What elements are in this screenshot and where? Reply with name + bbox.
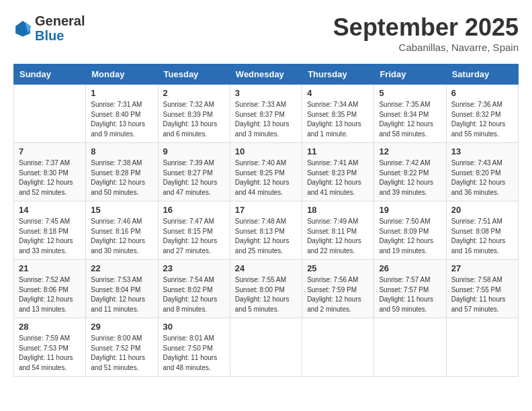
day-number: 27 xyxy=(451,263,513,273)
day-number: 14 xyxy=(19,205,81,215)
calendar-cell xyxy=(446,318,518,377)
calendar-header-sunday: Sunday xyxy=(14,64,86,85)
title-block: September 2025 Cabanillas, Navarre, Spai… xyxy=(333,13,519,53)
day-number: 17 xyxy=(235,205,297,215)
calendar-header-wednesday: Wednesday xyxy=(230,64,302,85)
day-number: 8 xyxy=(91,146,152,156)
day-number: 12 xyxy=(379,146,441,156)
calendar-header-tuesday: Tuesday xyxy=(158,64,230,85)
calendar-cell: 28Sunrise: 7:59 AMSunset: 7:53 PMDayligh… xyxy=(14,318,86,377)
day-number: 29 xyxy=(91,322,152,332)
day-info: Sunrise: 7:48 AMSunset: 8:13 PMDaylight:… xyxy=(235,217,297,256)
day-number: 26 xyxy=(379,263,441,273)
calendar-cell: 26Sunrise: 7:57 AMSunset: 7:57 PMDayligh… xyxy=(374,260,446,318)
day-number: 30 xyxy=(163,322,225,332)
day-number: 25 xyxy=(307,263,369,273)
calendar-cell: 10Sunrise: 7:40 AMSunset: 8:25 PMDayligh… xyxy=(230,143,302,201)
calendar-cell xyxy=(230,318,302,377)
day-info: Sunrise: 7:38 AMSunset: 8:28 PMDaylight:… xyxy=(91,158,152,197)
day-info: Sunrise: 7:37 AMSunset: 8:30 PMDaylight:… xyxy=(19,158,81,197)
day-number: 20 xyxy=(451,205,513,215)
calendar-cell: 4Sunrise: 7:34 AMSunset: 8:35 PMDaylight… xyxy=(302,85,374,143)
calendar-week-row: 21Sunrise: 7:52 AMSunset: 8:06 PMDayligh… xyxy=(14,260,519,318)
day-info: Sunrise: 7:46 AMSunset: 8:16 PMDaylight:… xyxy=(91,217,152,256)
day-number: 23 xyxy=(163,263,225,273)
calendar-cell: 11Sunrise: 7:41 AMSunset: 8:23 PMDayligh… xyxy=(302,143,374,201)
day-info: Sunrise: 7:36 AMSunset: 8:32 PMDaylight:… xyxy=(451,100,513,139)
calendar-header-saturday: Saturday xyxy=(446,64,518,85)
day-number: 24 xyxy=(235,263,297,273)
day-info: Sunrise: 7:41 AMSunset: 8:23 PMDaylight:… xyxy=(307,158,369,197)
day-info: Sunrise: 7:34 AMSunset: 8:35 PMDaylight:… xyxy=(307,100,369,139)
calendar-cell: 2Sunrise: 7:32 AMSunset: 8:39 PMDaylight… xyxy=(158,85,230,143)
day-number: 21 xyxy=(19,263,81,273)
day-info: Sunrise: 7:58 AMSunset: 7:55 PMDaylight:… xyxy=(451,275,513,314)
calendar-header-row: SundayMondayTuesdayWednesdayThursdayFrid… xyxy=(14,64,519,85)
day-info: Sunrise: 7:42 AMSunset: 8:22 PMDaylight:… xyxy=(379,158,441,197)
calendar-cell: 22Sunrise: 7:53 AMSunset: 8:04 PMDayligh… xyxy=(86,260,158,318)
calendar-header-thursday: Thursday xyxy=(302,64,374,85)
day-info: Sunrise: 7:59 AMSunset: 7:53 PMDaylight:… xyxy=(19,334,81,373)
calendar-cell: 18Sunrise: 7:49 AMSunset: 8:11 PMDayligh… xyxy=(302,201,374,260)
calendar-cell: 19Sunrise: 7:50 AMSunset: 8:09 PMDayligh… xyxy=(374,201,446,260)
day-info: Sunrise: 7:54 AMSunset: 8:02 PMDaylight:… xyxy=(163,275,225,314)
calendar-cell: 5Sunrise: 7:35 AMSunset: 8:34 PMDaylight… xyxy=(374,85,446,143)
calendar-table: SundayMondayTuesdayWednesdayThursdayFrid… xyxy=(13,64,519,377)
day-number: 28 xyxy=(19,322,81,332)
day-info: Sunrise: 7:43 AMSunset: 8:20 PMDaylight:… xyxy=(451,158,513,197)
day-number: 11 xyxy=(307,146,369,156)
calendar-cell: 6Sunrise: 7:36 AMSunset: 8:32 PMDaylight… xyxy=(446,85,518,143)
calendar-week-row: 14Sunrise: 7:45 AMSunset: 8:18 PMDayligh… xyxy=(14,201,519,260)
day-info: Sunrise: 7:53 AMSunset: 8:04 PMDaylight:… xyxy=(91,275,152,314)
day-info: Sunrise: 8:01 AMSunset: 7:50 PMDaylight:… xyxy=(163,334,225,373)
day-info: Sunrise: 7:51 AMSunset: 8:08 PMDaylight:… xyxy=(451,217,513,256)
logo-blue: Blue xyxy=(35,28,85,43)
day-number: 13 xyxy=(451,146,513,156)
day-info: Sunrise: 7:32 AMSunset: 8:39 PMDaylight:… xyxy=(163,100,225,139)
day-info: Sunrise: 7:56 AMSunset: 7:59 PMDaylight:… xyxy=(307,275,369,314)
day-info: Sunrise: 7:40 AMSunset: 8:25 PMDaylight:… xyxy=(235,158,297,197)
calendar-cell: 17Sunrise: 7:48 AMSunset: 8:13 PMDayligh… xyxy=(230,201,302,260)
calendar-cell: 9Sunrise: 7:39 AMSunset: 8:27 PMDaylight… xyxy=(158,143,230,201)
day-number: 15 xyxy=(91,205,152,215)
calendar-cell: 8Sunrise: 7:38 AMSunset: 8:28 PMDaylight… xyxy=(86,143,158,201)
calendar-cell: 12Sunrise: 7:42 AMSunset: 8:22 PMDayligh… xyxy=(374,143,446,201)
calendar-cell: 20Sunrise: 7:51 AMSunset: 8:08 PMDayligh… xyxy=(446,201,518,260)
calendar-cell: 14Sunrise: 7:45 AMSunset: 8:18 PMDayligh… xyxy=(14,201,86,260)
day-info: Sunrise: 7:45 AMSunset: 8:18 PMDaylight:… xyxy=(19,217,81,256)
calendar-cell: 16Sunrise: 7:47 AMSunset: 8:15 PMDayligh… xyxy=(158,201,230,260)
month-title: September 2025 xyxy=(333,13,519,42)
calendar-week-row: 1Sunrise: 7:31 AMSunset: 8:40 PMDaylight… xyxy=(14,85,519,143)
logo: General Blue xyxy=(13,13,85,43)
day-info: Sunrise: 7:31 AMSunset: 8:40 PMDaylight:… xyxy=(91,100,152,139)
day-info: Sunrise: 7:49 AMSunset: 8:11 PMDaylight:… xyxy=(307,217,369,256)
calendar-cell xyxy=(374,318,446,377)
day-info: Sunrise: 8:00 AMSunset: 7:52 PMDaylight:… xyxy=(91,334,152,373)
calendar-cell: 21Sunrise: 7:52 AMSunset: 8:06 PMDayligh… xyxy=(14,260,86,318)
calendar-cell: 29Sunrise: 8:00 AMSunset: 7:52 PMDayligh… xyxy=(86,318,158,377)
calendar-cell: 27Sunrise: 7:58 AMSunset: 7:55 PMDayligh… xyxy=(446,260,518,318)
calendar-cell: 30Sunrise: 8:01 AMSunset: 7:50 PMDayligh… xyxy=(158,318,230,377)
day-number: 2 xyxy=(163,88,225,98)
day-info: Sunrise: 7:39 AMSunset: 8:27 PMDaylight:… xyxy=(163,158,225,197)
calendar-cell: 24Sunrise: 7:55 AMSunset: 8:00 PMDayligh… xyxy=(230,260,302,318)
calendar-week-row: 28Sunrise: 7:59 AMSunset: 7:53 PMDayligh… xyxy=(14,318,519,377)
day-number: 16 xyxy=(163,205,225,215)
calendar-cell xyxy=(14,85,86,143)
day-number: 10 xyxy=(235,146,297,156)
day-info: Sunrise: 7:57 AMSunset: 7:57 PMDaylight:… xyxy=(379,275,441,314)
day-number: 9 xyxy=(163,146,225,156)
day-number: 6 xyxy=(451,88,513,98)
calendar-cell: 15Sunrise: 7:46 AMSunset: 8:16 PMDayligh… xyxy=(86,201,158,260)
day-number: 19 xyxy=(379,205,441,215)
day-number: 22 xyxy=(91,263,152,273)
day-info: Sunrise: 7:33 AMSunset: 8:37 PMDaylight:… xyxy=(235,100,297,139)
day-number: 7 xyxy=(19,146,81,156)
day-number: 1 xyxy=(91,88,152,98)
page-header: General Blue September 2025 Cabanillas, … xyxy=(13,13,519,53)
day-info: Sunrise: 7:50 AMSunset: 8:09 PMDaylight:… xyxy=(379,217,441,256)
calendar-cell xyxy=(302,318,374,377)
calendar-cell: 25Sunrise: 7:56 AMSunset: 7:59 PMDayligh… xyxy=(302,260,374,318)
calendar-cell: 23Sunrise: 7:54 AMSunset: 8:02 PMDayligh… xyxy=(158,260,230,318)
location: Cabanillas, Navarre, Spain xyxy=(333,42,519,53)
